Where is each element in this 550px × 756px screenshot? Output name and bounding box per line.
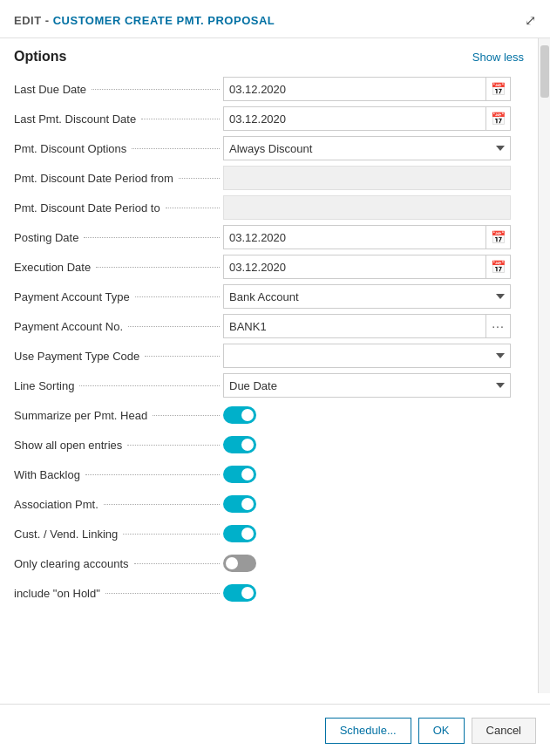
input-payment-account-no: ··· — [223, 314, 511, 338]
label-line-sorting: Line Sorting — [14, 379, 223, 392]
field-row-last-due-date: Last Due Date 📅 — [14, 75, 524, 103]
input-use-payment-type-code — [223, 344, 511, 368]
toggle-include-on-hold — [223, 584, 511, 602]
input-payment-account-type: Bank Account G/L Account — [223, 284, 511, 309]
toggle-summarize[interactable] — [223, 406, 256, 424]
toggle-with-backlog — [223, 466, 511, 483]
calendar-icon-execution-date[interactable]: 📅 — [485, 255, 510, 279]
label-association-pmt: Association Pmt. — [14, 498, 223, 511]
payment-account-type-select[interactable]: Bank Account G/L Account — [223, 284, 511, 309]
toggle-cust-vend-linking — [223, 525, 511, 542]
label-pmt-discount-options: Pmt. Discount Options — [14, 142, 223, 155]
toggle-association-pmt — [223, 495, 511, 513]
title-bar: EDIT - CUSTOMER CREATE PMT. PROPOSAL ⤢ — [0, 0, 550, 38]
content-area: Options Show less Last Due Date 📅 Last P… — [0, 38, 550, 693]
toggle-clearing[interactable] — [223, 555, 256, 572]
field-row-pmt-discount-options: Pmt. Discount Options Always Discount Re… — [14, 134, 524, 162]
toggle-show-all-open-entries — [223, 436, 511, 453]
section-header: Options Show less — [14, 49, 524, 65]
field-row-posting-date: Posting Date 📅 — [14, 223, 524, 251]
posting-date-input[interactable] — [224, 231, 485, 244]
input-pmt-discount-date-to — [223, 195, 511, 220]
toggle-summarize-per-pmt-head — [223, 406, 511, 424]
pmt-discount-options-select[interactable]: Always Discount Reduce Amount Never Disc… — [223, 136, 511, 160]
field-row-last-pmt-discount-date: Last Pmt. Discount Date 📅 — [14, 105, 524, 133]
label-pmt-discount-date-from: Pmt. Discount Date Period from — [14, 172, 223, 185]
toggle-cust-vend[interactable] — [223, 525, 256, 542]
ok-button[interactable]: OK — [418, 718, 465, 744]
toggle-on-hold[interactable] — [223, 584, 256, 602]
toggle-only-clearing-accounts — [223, 555, 511, 572]
show-less-link[interactable]: Show less — [472, 51, 524, 64]
field-row-only-clearing-accounts: Only clearing accounts — [14, 549, 524, 577]
execution-date-input[interactable] — [224, 261, 485, 274]
payment-account-no-input[interactable] — [224, 320, 485, 333]
field-row-cust-vend-linking: Cust. / Vend. Linking — [14, 520, 524, 548]
calendar-icon-last-due-date[interactable]: 📅 — [485, 77, 510, 101]
field-row-use-payment-type-code: Use Payment Type Code — [14, 342, 524, 370]
toggle-backlog[interactable] — [223, 466, 256, 483]
main-panel: Options Show less Last Due Date 📅 Last P… — [0, 38, 538, 693]
last-pmt-discount-date-input[interactable] — [224, 112, 485, 126]
field-row-pmt-discount-date-from: Pmt. Discount Date Period from — [14, 164, 524, 192]
window-title: EDIT - CUSTOMER CREATE PMT. PROPOSAL — [14, 14, 275, 27]
ellipsis-button[interactable]: ··· — [485, 314, 510, 338]
footer-bar: Schedule... OK Cancel — [0, 704, 550, 756]
section-title: Options — [14, 49, 66, 65]
label-payment-account-no: Payment Account No. — [14, 320, 223, 333]
label-use-payment-type-code: Use Payment Type Code — [14, 350, 223, 363]
toggle-show-all[interactable] — [223, 436, 256, 453]
label-pmt-discount-date-to: Pmt. Discount Date Period to — [14, 201, 223, 215]
input-pmt-discount-date-from — [223, 166, 511, 190]
field-row-association-pmt: Association Pmt. — [14, 490, 524, 518]
label-last-due-date: Last Due Date — [14, 83, 223, 96]
field-row-execution-date: Execution Date 📅 — [14, 253, 524, 281]
label-with-backlog: With Backlog — [14, 468, 223, 481]
field-row-with-backlog: With Backlog — [14, 460, 524, 488]
label-include-on-hold: include "on Hold" — [14, 587, 223, 600]
label-cust-vend-linking: Cust. / Vend. Linking — [14, 528, 223, 541]
field-row-show-all-open-entries: Show all open entries — [14, 431, 524, 459]
field-row-payment-account-type: Payment Account Type Bank Account G/L Ac… — [14, 283, 524, 310]
label-posting-date: Posting Date — [14, 231, 223, 244]
field-row-summarize-per-pmt-head: Summarize per Pmt. Head — [14, 401, 524, 429]
input-posting-date: 📅 — [223, 225, 511, 249]
label-only-clearing-accounts: Only clearing accounts — [14, 557, 223, 570]
label-payment-account-type: Payment Account Type — [14, 290, 223, 303]
label-summarize-per-pmt-head: Summarize per Pmt. Head — [14, 409, 223, 422]
field-row-include-on-hold: include "on Hold" — [14, 579, 524, 607]
input-line-sorting: Due Date Document No. Posting Date — [223, 373, 511, 398]
input-pmt-discount-options: Always Discount Reduce Amount Never Disc… — [223, 136, 511, 160]
scrollbar-thumb[interactable] — [540, 45, 549, 98]
pmt-discount-date-from-input — [223, 166, 511, 190]
schedule-button[interactable]: Schedule... — [325, 718, 411, 744]
calendar-icon-posting-date[interactable]: 📅 — [485, 225, 510, 249]
use-payment-type-code-select[interactable] — [223, 344, 511, 368]
calendar-icon-last-pmt-discount-date[interactable]: 📅 — [485, 106, 510, 131]
field-row-payment-account-no: Payment Account No. ··· — [14, 312, 524, 340]
scrollbar-track[interactable] — [538, 38, 550, 693]
input-execution-date: 📅 — [223, 255, 511, 279]
last-due-date-input[interactable] — [224, 83, 485, 96]
toggle-association[interactable] — [223, 495, 256, 513]
label-show-all-open-entries: Show all open entries — [14, 439, 223, 452]
expand-icon[interactable]: ⤢ — [525, 12, 536, 29]
line-sorting-select[interactable]: Due Date Document No. Posting Date — [223, 373, 511, 398]
input-last-due-date: 📅 — [223, 77, 511, 101]
field-row-line-sorting: Line Sorting Due Date Document No. Posti… — [14, 371, 524, 399]
input-last-pmt-discount-date: 📅 — [223, 106, 511, 131]
field-row-pmt-discount-date-to: Pmt. Discount Date Period to — [14, 194, 524, 221]
label-execution-date: Execution Date — [14, 261, 223, 274]
pmt-discount-date-to-input — [223, 195, 511, 220]
cancel-button[interactable]: Cancel — [472, 718, 536, 744]
label-last-pmt-discount-date: Last Pmt. Discount Date — [14, 112, 223, 126]
